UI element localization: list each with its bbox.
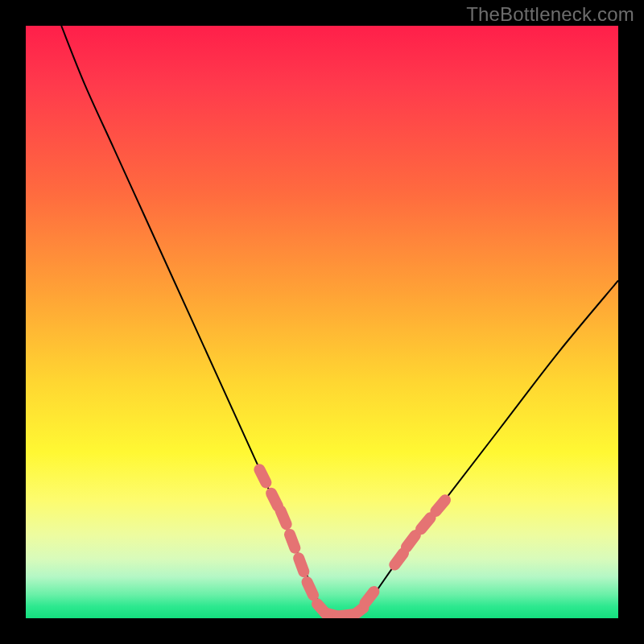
chart-plot-area (26, 26, 618, 618)
highlighted-point (259, 469, 266, 482)
highlighted-point (421, 518, 431, 529)
highlighted-point (352, 608, 363, 617)
highlighted-point (271, 493, 278, 506)
highlighted-points-group (259, 469, 445, 617)
highlighted-point (281, 511, 287, 525)
highlighted-point (394, 553, 403, 564)
curve-path (61, 26, 618, 618)
bottleneck-curve-line (61, 26, 618, 618)
highlighted-point (299, 558, 303, 572)
highlighted-point (407, 535, 415, 547)
chart-frame: TheBottleneck.com (0, 0, 644, 644)
watermark-text: TheBottleneck.com (466, 3, 634, 26)
highlighted-point (365, 592, 374, 603)
highlighted-point (436, 500, 445, 511)
highlighted-point (290, 535, 295, 548)
highlighted-point (308, 582, 314, 595)
chart-svg (26, 26, 618, 618)
